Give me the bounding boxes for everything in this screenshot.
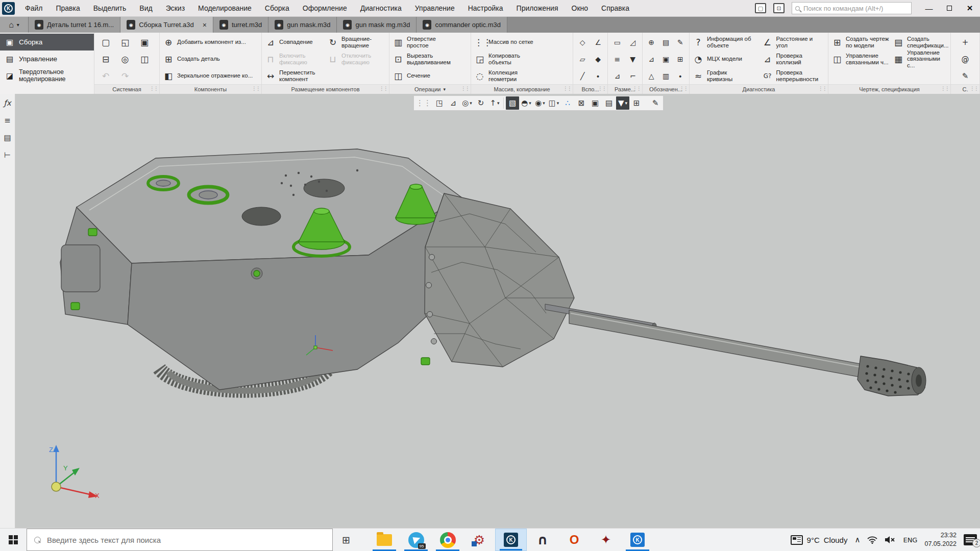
taskbar-telegram[interactable]: 95 — [400, 529, 432, 551]
create-part-button[interactable]: ⊞ Создать деталь — [161, 51, 255, 67]
tab-gun-mask-mg[interactable]: ◉ gun mask mg.m3d — [337, 17, 416, 33]
home-button[interactable]: ⌂ ▾ — [0, 17, 29, 33]
menu-view[interactable]: Вид — [139, 4, 152, 12]
tab-turret-m3d[interactable]: ◉ turret.m3d — [213, 17, 268, 33]
taskbar-kompas-3d-active[interactable]: K — [495, 529, 527, 551]
dim-more-icon[interactable]: ⌐ — [630, 72, 636, 80]
start-button[interactable] — [0, 529, 27, 551]
cut-extrude-button[interactable]: ⊡ Вырезать выдавливанием — [391, 51, 467, 67]
layers-icon[interactable]: ▤ — [602, 96, 616, 110]
restore-button[interactable] — [939, 0, 960, 16]
menu-help[interactable]: Справка — [601, 4, 629, 12]
dim-radial-icon[interactable]: ≡ — [614, 55, 620, 63]
tree-panel-icon[interactable]: ≡ — [2, 114, 14, 127]
menu-layout[interactable]: Оформление — [303, 4, 347, 12]
filter-icon[interactable]: ▼▾ — [616, 96, 629, 110]
wifi-icon[interactable] — [867, 536, 877, 544]
menu-edit[interactable]: Правка — [56, 4, 80, 12]
taskbar-github-desktop[interactable]: ∩ — [527, 529, 558, 551]
geometry-collection-button[interactable]: ◌ Коллекция геометрии — [473, 67, 536, 84]
tab-commander-optic[interactable]: ◉ commander optic.m3d — [416, 17, 507, 33]
mass-properties-button[interactable]: ◔ МЦХ модели — [691, 51, 760, 67]
muzzle-brake[interactable] — [857, 356, 926, 396]
desig-6-icon[interactable]: ⊞ — [677, 55, 683, 63]
coincide-button[interactable]: ⊿ Совпадение — [263, 34, 326, 51]
3d-viewport[interactable]: Z Y X — [0, 94, 980, 528]
notification-center-icon[interactable]: 2 — [964, 534, 977, 545]
dim-linear-icon[interactable]: ▭ — [614, 38, 621, 46]
hide-objects-icon[interactable]: ◉▾ — [533, 96, 547, 110]
collision-check-button[interactable]: ⊿ Проверка коллизий — [760, 51, 826, 67]
copy-objects-button[interactable]: ◲ Копировать объекты — [473, 51, 536, 67]
desig-4-icon[interactable]: ⊿ — [648, 55, 654, 63]
orientation-icon[interactable]: ◳ — [433, 96, 446, 110]
manage-linked-specs-button[interactable]: ▦ Управление связанными с... — [891, 51, 948, 67]
move-component-button[interactable]: ↔ Переместить компонент — [263, 67, 326, 84]
window-layout-icon[interactable]: ▢ — [755, 3, 766, 13]
taskbar-star-app[interactable]: ✦ — [590, 529, 622, 551]
panel-solid-modeling[interactable]: ◪ Твердотельное моделирование — [0, 67, 94, 84]
desig-8-icon[interactable]: ▥ — [663, 72, 669, 80]
menu-settings[interactable]: Настройка — [468, 4, 503, 12]
aux-point-icon[interactable]: ∠ — [595, 38, 601, 46]
panel-assembly[interactable]: ▣ Сборка — [0, 34, 94, 51]
rotation-rotation-button[interactable]: ↻ Вращение-вращение — [326, 34, 387, 51]
menu-sketch[interactable]: Эскиз — [166, 4, 185, 12]
preview-icon[interactable]: ◎ — [121, 54, 129, 64]
taskbar-search[interactable] — [27, 529, 333, 551]
create-drawing-button[interactable]: ⊞ Создать чертеж по модели — [830, 34, 891, 51]
dim-aligned-icon[interactable]: ⊿ — [614, 72, 620, 80]
menu-file[interactable]: Файл — [25, 4, 42, 12]
close-button[interactable]: × — [960, 0, 980, 16]
dim-diameter-icon[interactable]: ▼ — [630, 55, 635, 63]
clock[interactable]: 23:32 07.05.2022 — [924, 531, 957, 548]
task-view-icon[interactable]: ⊞ — [333, 529, 359, 551]
service-rename-icon[interactable]: @ — [962, 55, 969, 64]
desig-2-icon[interactable]: ▤ — [663, 38, 669, 46]
dim-angular-icon[interactable]: ◿ — [630, 38, 635, 46]
menu-diagnostics[interactable]: Диагностика — [360, 4, 402, 12]
gun-mask-wireframe[interactable] — [425, 193, 574, 367]
service-add-icon[interactable]: + — [962, 38, 969, 47]
tab-assembly-turret[interactable]: ◉ Сборка Turret.a3d × — [120, 17, 213, 33]
tab-gun-mask[interactable]: ◉ gun mask.m3d — [268, 17, 337, 33]
desig-7-icon[interactable]: △ — [649, 72, 654, 80]
menu-window[interactable]: Окно — [572, 4, 589, 12]
control-points-icon[interactable]: ∴ — [561, 96, 574, 110]
aux-spline-icon[interactable]: ╱ — [580, 72, 584, 80]
taskbar-file-explorer[interactable] — [369, 529, 400, 551]
object-info-button[interactable]: ? Информация об объекте — [691, 34, 760, 51]
gun-barrel[interactable] — [545, 304, 863, 378]
menu-applications[interactable]: Приложения — [517, 4, 558, 12]
undo-icon[interactable]: ↶ — [102, 71, 109, 81]
saved-views-icon[interactable]: ⊿ — [447, 96, 460, 110]
menu-modeling[interactable]: Моделирование — [198, 4, 252, 12]
grid-array-button[interactable]: ⋮⋮ Массив по сетке — [473, 34, 536, 51]
section-view-icon[interactable]: ▣ — [589, 96, 602, 110]
print-icon[interactable]: ⊟ — [102, 54, 109, 64]
section-button[interactable]: ◫ Сечение — [391, 67, 467, 84]
taskbar-chrome[interactable] — [432, 529, 463, 551]
new-document-icon[interactable]: ▢ — [102, 37, 110, 47]
aux-more-icon[interactable]: ∙ — [596, 72, 600, 80]
mirror-components-button[interactable]: ◧ Зеркальное отражение ко... — [161, 67, 255, 84]
taskbar-gear-app[interactable]: ⚙ — [463, 529, 495, 551]
desig-3-icon[interactable]: ✎ — [677, 38, 683, 46]
tab-detail-turret[interactable]: ◉ Деталь turret 1 16.m... — [29, 17, 120, 33]
open-icon[interactable]: ◱ — [121, 37, 129, 47]
desig-9-icon[interactable]: ∙ — [678, 72, 682, 80]
shaded-display-icon[interactable]: ▧ — [506, 96, 519, 110]
parameters-table-icon[interactable]: ⊞ — [630, 96, 643, 110]
taskbar-search-input[interactable] — [47, 536, 325, 544]
tray-chevron-icon[interactable]: ∧ — [854, 535, 860, 544]
hide-in-window-icon[interactable]: ◫▾ — [547, 96, 560, 110]
aux-plane-icon[interactable]: ▱ — [580, 55, 585, 63]
save-icon[interactable]: ▣ — [140, 37, 149, 47]
menu-management[interactable]: Управление — [415, 4, 455, 12]
service-edit-icon[interactable]: ✎ — [962, 71, 969, 81]
display-mode-icon[interactable]: ◓▾ — [520, 96, 533, 110]
redo-icon[interactable]: ↷ — [121, 71, 129, 81]
curvature-graph-button[interactable]: ≈ График кривизны — [691, 67, 760, 84]
structure-panel-icon[interactable]: ⊢ — [2, 149, 14, 161]
variables-panel-icon[interactable]: ƒx — [2, 97, 14, 109]
